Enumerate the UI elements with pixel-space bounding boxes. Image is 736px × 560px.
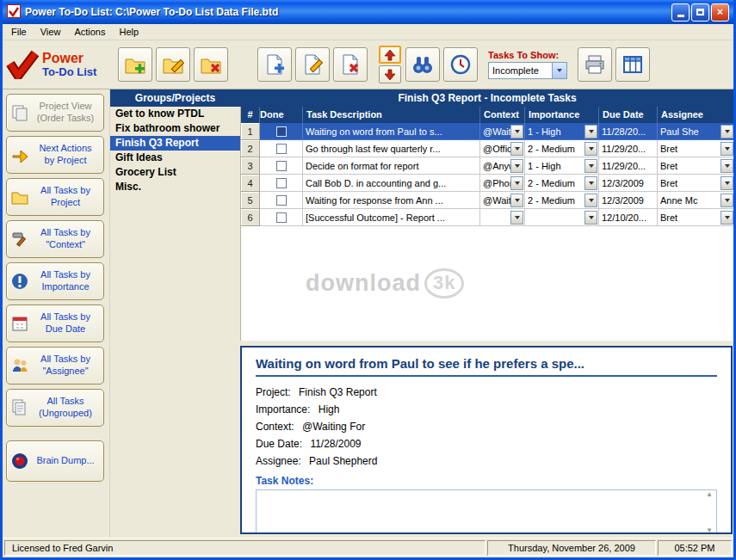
dropdown-button[interactable] xyxy=(584,125,597,138)
notes-scrollbar[interactable]: ▲ ▼ xyxy=(702,490,716,534)
sidebar-item-tasks-by-importance[interactable]: All Tasks byImportance xyxy=(6,262,104,300)
menu-help[interactable]: Help xyxy=(112,25,145,39)
col-header-description[interactable]: Task Description xyxy=(303,107,480,123)
done-checkbox[interactable] xyxy=(276,144,287,154)
sidebar-item-next-actions[interactable]: Next Actionsby Project xyxy=(6,136,104,174)
close-button[interactable]: × xyxy=(711,3,729,22)
task-description-cell[interactable]: Waiting for response from Ann ... xyxy=(303,192,480,209)
col-header-num[interactable]: # xyxy=(241,107,260,123)
dropdown-button[interactable] xyxy=(721,142,733,156)
table-row[interactable]: 3 Decide on format for report @Anyw 1 - … xyxy=(241,157,733,175)
due-date-cell[interactable]: 12/3/2009 xyxy=(599,192,658,209)
sidebar-item-tasks-by-project[interactable]: All Tasks byProject xyxy=(6,178,104,216)
move-up-button[interactable] xyxy=(379,46,401,64)
task-description-cell[interactable]: Call Bob D. in accounting and g... xyxy=(303,175,480,192)
dropdown-button[interactable] xyxy=(721,125,733,138)
done-cell[interactable] xyxy=(260,140,303,157)
group-item[interactable]: Grocery List xyxy=(110,165,240,180)
menu-file[interactable]: File xyxy=(4,25,34,39)
task-description-cell[interactable]: Decide on format for report xyxy=(303,157,480,175)
assignee-cell[interactable]: Bret xyxy=(658,157,733,175)
table-row[interactable]: 4 Call Bob D. in accounting and g... @Ph… xyxy=(241,175,733,192)
move-down-button[interactable] xyxy=(379,65,401,83)
assignee-cell[interactable]: Bret xyxy=(658,140,733,157)
sidebar-item-tasks-by-assignee[interactable]: All Tasks by"Assignee" xyxy=(6,347,104,385)
context-cell[interactable]: @Offic xyxy=(480,140,525,157)
menu-view[interactable]: View xyxy=(34,25,68,39)
dropdown-button[interactable] xyxy=(721,159,733,173)
sidebar-item-all-tasks-ungrouped[interactable]: All Tasks(Ungrouped) xyxy=(6,389,104,427)
edit-group-button[interactable] xyxy=(156,47,190,82)
task-notes-input[interactable] xyxy=(257,490,702,534)
done-cell[interactable] xyxy=(260,209,303,226)
group-item[interactable]: Get to know PTDL xyxy=(110,107,240,121)
edit-task-button[interactable] xyxy=(295,47,330,82)
importance-cell[interactable] xyxy=(525,209,599,226)
done-checkbox[interactable] xyxy=(276,161,287,171)
done-checkbox[interactable] xyxy=(276,195,287,206)
dropdown-button[interactable] xyxy=(721,176,733,190)
dropdown-button[interactable] xyxy=(584,194,597,207)
context-cell[interactable] xyxy=(480,209,525,226)
table-row[interactable]: 1 Waiting on word from Paul to s... @Wai… xyxy=(241,123,733,140)
tasks-to-show-select[interactable]: Incomplete xyxy=(488,62,567,79)
done-checkbox[interactable] xyxy=(276,212,287,223)
delete-task-button[interactable] xyxy=(333,47,368,82)
done-cell[interactable] xyxy=(260,192,303,209)
table-row[interactable]: 6 [Successful Outcome] - Report ... 12/1… xyxy=(241,209,733,226)
importance-cell[interactable]: 2 - Medium xyxy=(525,192,599,209)
find-button[interactable] xyxy=(405,47,440,82)
col-header-assignee[interactable]: Assignee xyxy=(658,107,733,123)
add-task-button[interactable] xyxy=(257,47,292,82)
col-header-importance[interactable]: Importance xyxy=(525,107,599,123)
sidebar-item-tasks-by-due-date[interactable]: All Tasks byDue Date xyxy=(6,305,104,342)
group-item[interactable]: Fix bathroom shower xyxy=(110,121,240,136)
maximize-button[interactable] xyxy=(691,3,709,22)
dropdown-button[interactable] xyxy=(510,211,523,225)
importance-cell[interactable]: 2 - Medium xyxy=(525,175,599,192)
assignee-cell[interactable]: Anne Mc xyxy=(658,192,733,209)
assignee-cell[interactable]: Paul She xyxy=(658,123,733,140)
due-date-cell[interactable]: 11/29/20... xyxy=(599,140,658,157)
combo-dropdown-button[interactable] xyxy=(552,63,566,78)
dropdown-button[interactable] xyxy=(584,142,597,156)
task-description-cell[interactable]: [Successful Outcome] - Report ... xyxy=(303,209,480,226)
due-date-cell[interactable]: 12/3/2009 xyxy=(599,175,658,192)
print-button[interactable] xyxy=(578,47,612,82)
done-cell[interactable] xyxy=(260,123,303,140)
context-cell[interactable]: @Wait xyxy=(480,192,525,209)
dropdown-button[interactable] xyxy=(584,211,597,225)
assignee-cell[interactable]: Bret xyxy=(658,209,733,226)
delete-group-button[interactable] xyxy=(194,47,228,82)
importance-cell[interactable]: 1 - High xyxy=(525,157,599,175)
dropdown-button[interactable] xyxy=(510,194,523,207)
timer-button[interactable] xyxy=(443,47,478,82)
group-item-selected[interactable]: Finish Q3 Report xyxy=(110,136,240,151)
menu-actions[interactable]: Actions xyxy=(67,25,112,39)
dropdown-button[interactable] xyxy=(510,142,523,156)
table-row[interactable]: 2 Go through last few quarterly r... @Of… xyxy=(241,140,733,157)
due-date-cell[interactable]: 11/29/20... xyxy=(599,157,658,175)
scroll-down-icon[interactable]: ▼ xyxy=(706,527,713,534)
done-cell[interactable] xyxy=(260,175,303,192)
sidebar-item-brain-dump[interactable]: Brain Dump... xyxy=(6,440,104,482)
assignee-cell[interactable]: Bret xyxy=(658,175,733,192)
task-description-cell[interactable]: Go through last few quarterly r... xyxy=(303,140,480,157)
context-cell[interactable]: @Phon xyxy=(480,175,525,192)
add-group-button[interactable] xyxy=(118,47,152,82)
importance-cell[interactable]: 2 - Medium xyxy=(525,140,599,157)
dropdown-button[interactable] xyxy=(510,176,523,190)
scroll-up-icon[interactable]: ▲ xyxy=(706,491,713,498)
done-checkbox[interactable] xyxy=(276,126,287,137)
titlebar[interactable]: Power To-Do List: C:\Power To-Do List Da… xyxy=(3,0,733,24)
importance-cell[interactable]: 1 - High xyxy=(525,123,599,140)
group-item[interactable]: Misc. xyxy=(110,180,240,194)
dropdown-button[interactable] xyxy=(510,159,523,173)
due-date-cell[interactable]: 12/10/20... xyxy=(599,209,658,226)
sidebar-item-project-view[interactable]: Project View(Order Tasks) xyxy=(6,94,104,132)
columns-button[interactable] xyxy=(615,47,650,82)
sidebar-item-tasks-by-context[interactable]: All Tasks by"Context" xyxy=(6,220,104,258)
dropdown-button[interactable] xyxy=(721,194,733,207)
done-cell[interactable] xyxy=(260,157,303,175)
minimize-button[interactable] xyxy=(671,3,690,22)
